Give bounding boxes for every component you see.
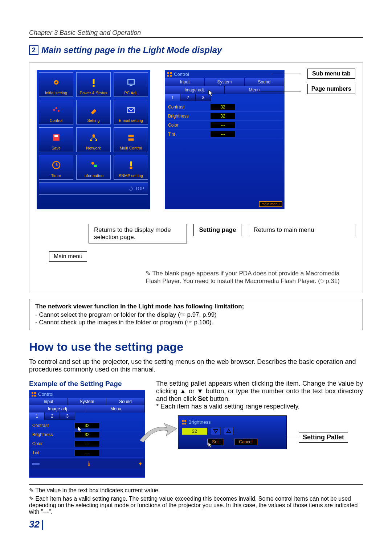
footnote-2: Each item has a valid setting range. The… xyxy=(29,495,363,515)
row-brightness[interactable]: Brightness32 xyxy=(31,430,143,439)
up-button[interactable] xyxy=(224,427,233,435)
limitation-box: The network viewer function in the Light… xyxy=(29,299,363,330)
menu-item-network[interactable]: Network xyxy=(76,127,111,152)
tab-input[interactable]: Input xyxy=(29,398,68,405)
svg-point-13 xyxy=(90,139,92,141)
control-title-text: Control xyxy=(174,71,189,77)
menu-item-power-status[interactable]: Power & Status xyxy=(76,72,111,97)
menu-item-multi-control[interactable]: Multi Control xyxy=(114,127,148,152)
control-body: Contrast32Brightness32Color---Tint--- xyxy=(165,101,284,140)
example-tabs-1[interactable]: InputSystemSound xyxy=(29,398,145,405)
back-icon[interactable]: ⟸ xyxy=(32,460,40,467)
example-body: Contrast32Brightness32Color---Tint--- xyxy=(29,420,145,459)
svg-rect-16 xyxy=(128,139,134,141)
row-tint[interactable]: Tint--- xyxy=(167,130,283,139)
example-title: Example of the Setting Page xyxy=(29,380,145,388)
svg-rect-33 xyxy=(182,423,184,424)
setting-pallet-callout: Setting Pallet xyxy=(299,432,348,443)
footnote-1: The value in the text box indicates curr… xyxy=(29,487,363,494)
menu-item-initial-setting[interactable]: Initial setting xyxy=(39,72,73,97)
lower-callouts: Returns to the display mode selection pa… xyxy=(37,224,355,243)
menu-item-pc-adj-[interactable]: PC Adj. xyxy=(114,72,148,97)
menu-item-snmp-setting[interactable]: SNMP setting xyxy=(114,155,148,180)
row-contrast[interactable]: Contrast32 xyxy=(167,103,283,112)
example-panel: Control InputSystemSound Image adj.Menu … xyxy=(29,390,145,478)
svg-point-6 xyxy=(53,109,55,111)
mail-icon xyxy=(126,102,136,118)
tab-3[interactable]: 3 xyxy=(60,413,75,420)
main-menu-button[interactable]: main menu xyxy=(259,201,282,207)
top-link[interactable]: TOP xyxy=(39,182,148,195)
example-tabs-2[interactable]: Image adj.Menu xyxy=(29,405,145,413)
svg-rect-15 xyxy=(128,135,134,137)
example-page-tabs[interactable]: 123 xyxy=(29,413,145,420)
tab-1[interactable]: 1 xyxy=(29,413,45,420)
main-menu-grid: Initial settingPower & StatusPC Adj.Cont… xyxy=(37,70,150,209)
flash-note: The blank page appears if your PDA does … xyxy=(146,270,355,285)
multi-icon xyxy=(126,129,136,146)
svg-rect-3 xyxy=(93,85,94,87)
svg-rect-4 xyxy=(128,80,134,85)
gear-footer-icon[interactable]: ✦ xyxy=(138,460,143,467)
page-tabs[interactable]: 123 xyxy=(165,94,284,101)
svg-point-18 xyxy=(91,162,94,165)
svg-rect-2 xyxy=(93,79,94,84)
svg-rect-5 xyxy=(130,85,132,86)
tab-sound[interactable]: Sound xyxy=(106,398,145,405)
tab-image-adj-[interactable]: Image adj. xyxy=(165,86,225,94)
down-button[interactable] xyxy=(211,427,220,435)
row-brightness[interactable]: Brightness32 xyxy=(167,112,283,121)
cancel-button[interactable]: Cancel xyxy=(234,439,257,445)
svg-rect-27 xyxy=(32,392,33,394)
menu-item-control[interactable]: Control xyxy=(39,100,73,124)
tab-row-1[interactable]: InputSystemSound xyxy=(165,78,284,86)
intro-paragraph: To control and set up the projector, use… xyxy=(29,358,363,373)
menu-item-information[interactable]: Information xyxy=(76,155,111,180)
main-menu-callout: Main menu xyxy=(49,251,87,262)
refresh-icon xyxy=(128,186,133,191)
control-icon xyxy=(182,420,186,424)
svg-point-8 xyxy=(57,110,59,112)
pallet-title: Brightness xyxy=(182,419,283,425)
section-title: 2 Main setting page in the Light Mode di… xyxy=(29,45,363,55)
example-note: * Each item has a valid setting range re… xyxy=(156,403,300,410)
row-color[interactable]: Color--- xyxy=(31,439,143,448)
submenu-tab-callout: Sub menu tab xyxy=(307,69,355,79)
svg-rect-30 xyxy=(34,395,36,397)
tab-image-adj-[interactable]: Image adj. xyxy=(29,405,87,413)
page-numbers-callout: Page numbers xyxy=(307,84,355,94)
tab-row-2[interactable]: Image adj.Menu xyxy=(165,86,284,94)
tab-menu[interactable]: Menu xyxy=(225,86,284,94)
how-to-heading: How to use the setting page xyxy=(29,340,363,354)
tab-system[interactable]: System xyxy=(68,398,106,405)
tab-1[interactable]: 1 xyxy=(165,94,180,101)
tab-3[interactable]: 3 xyxy=(196,94,211,101)
pallet-value[interactable]: 32 xyxy=(182,428,207,435)
info-icon[interactable]: ℹ xyxy=(88,460,90,467)
svg-rect-32 xyxy=(184,420,186,422)
limitation-line-1: - Cannot select the program or folder fo… xyxy=(35,311,357,319)
row-contrast[interactable]: Contrast32 xyxy=(31,421,143,430)
menu-item-save[interactable]: Save xyxy=(39,127,73,152)
tab-system[interactable]: System xyxy=(205,78,244,86)
row-tint[interactable]: Tint--- xyxy=(31,448,143,457)
row-color[interactable]: Color--- xyxy=(167,121,283,130)
menu-item-timer[interactable]: Timer xyxy=(39,155,73,180)
menu-item-setting[interactable]: Setting xyxy=(76,100,111,124)
snmp-icon xyxy=(126,157,136,173)
svg-rect-20 xyxy=(130,161,132,166)
network-icon xyxy=(88,129,99,146)
tab-2[interactable]: 2 xyxy=(180,94,196,101)
menu-item-e-mail-setting[interactable]: E-mail setting xyxy=(114,100,148,124)
svg-rect-26 xyxy=(170,75,172,77)
tab-sound[interactable]: Sound xyxy=(245,78,284,86)
tab-input[interactable]: Input xyxy=(165,78,205,86)
tab-2[interactable]: 2 xyxy=(45,413,60,420)
tab-menu[interactable]: Menu xyxy=(87,405,145,413)
gear-icon xyxy=(51,74,62,91)
setting-pallet: Brightness 32 Set Cancel Setting Pallet xyxy=(178,415,287,449)
limitation-header: The network viewer function in the Light… xyxy=(35,303,357,310)
set-button[interactable]: Set xyxy=(207,439,223,445)
svg-point-21 xyxy=(130,167,132,169)
control-title: Control xyxy=(165,70,284,78)
